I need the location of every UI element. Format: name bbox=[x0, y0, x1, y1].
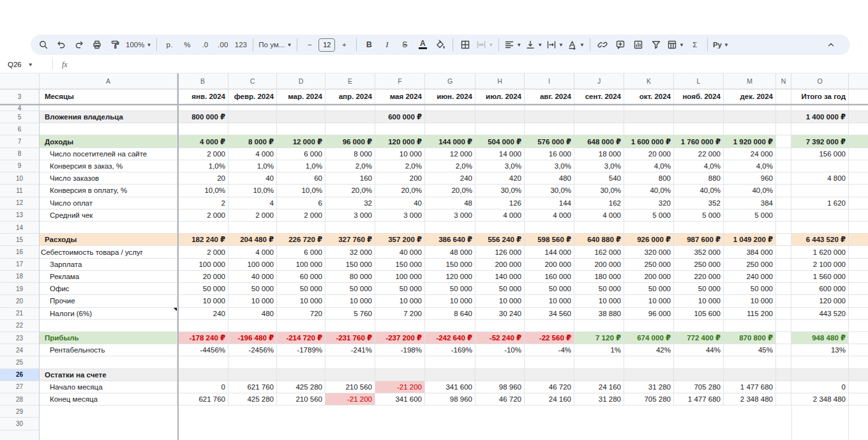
cell-F23[interactable]: -237 200 ₽ bbox=[375, 332, 425, 344]
cell-J26[interactable] bbox=[574, 369, 624, 381]
row-header-9[interactable]: 9 bbox=[0, 160, 40, 172]
cell-G12[interactable]: 48 bbox=[425, 197, 475, 209]
cell-O18[interactable]: 1 560 000 bbox=[791, 271, 849, 283]
cell-P9[interactable] bbox=[849, 160, 868, 172]
cell-M23[interactable]: 870 800 ₽ bbox=[724, 332, 776, 344]
cell-D7[interactable]: 12 000 ₽ bbox=[277, 135, 326, 148]
cell-P18[interactable] bbox=[849, 271, 868, 283]
cell-A6[interactable] bbox=[40, 123, 177, 135]
cell-H14[interactable] bbox=[475, 222, 525, 234]
cell-G5[interactable] bbox=[425, 111, 475, 123]
cell-F7[interactable]: 120 000 ₽ bbox=[375, 135, 425, 148]
row-header-12[interactable]: 12 bbox=[0, 197, 40, 209]
cell-F6[interactable] bbox=[375, 123, 425, 135]
cell-G28[interactable]: 98 960 bbox=[425, 393, 475, 406]
strikethrough-button[interactable]: S bbox=[396, 37, 414, 52]
cell-A22[interactable] bbox=[40, 320, 177, 332]
cell-O16[interactable]: 1 620 000 bbox=[791, 246, 849, 258]
cell-C12[interactable]: 4 bbox=[228, 197, 277, 209]
cell-B6[interactable] bbox=[177, 123, 228, 135]
cell-A3[interactable]: Месяцы bbox=[40, 89, 177, 104]
cell-E14[interactable] bbox=[326, 222, 375, 234]
row-header-25[interactable]: 25 bbox=[0, 356, 40, 368]
row-header-7[interactable]: 7 bbox=[0, 135, 40, 148]
cell-G21[interactable]: 8 640 bbox=[425, 308, 475, 320]
cell-G25[interactable] bbox=[425, 356, 475, 368]
cell-H23[interactable]: -52 240 ₽ bbox=[475, 332, 525, 344]
cell-O13[interactable] bbox=[791, 209, 849, 222]
cell-L14[interactable] bbox=[674, 222, 724, 234]
cell-C23[interactable]: -196 480 ₽ bbox=[228, 332, 277, 344]
cell-J21[interactable]: 38 880 bbox=[574, 308, 624, 320]
cell-G29[interactable] bbox=[425, 406, 475, 418]
cell-F27[interactable]: -21 200 bbox=[375, 381, 425, 393]
cell-D19[interactable]: 50 000 bbox=[277, 283, 326, 295]
cell-E22[interactable] bbox=[326, 320, 375, 332]
cell-A18[interactable]: Реклама bbox=[40, 271, 177, 283]
cell-O[interactable] bbox=[791, 430, 849, 440]
cell-E13[interactable]: 3 000 bbox=[326, 209, 375, 222]
cell-I26[interactable] bbox=[525, 369, 574, 381]
cell-K20[interactable]: 10 000 bbox=[624, 295, 674, 307]
cell-P3[interactable] bbox=[849, 89, 868, 104]
cell-O7[interactable]: 7 392 000 ₽ bbox=[791, 135, 849, 148]
cell-E25[interactable] bbox=[326, 356, 375, 368]
cell-G24[interactable]: -169% bbox=[425, 344, 475, 356]
row-header-11[interactable]: 11 bbox=[0, 185, 40, 197]
cell-O27[interactable]: 0 bbox=[791, 381, 849, 393]
cell-O25[interactable] bbox=[791, 356, 849, 368]
decrease-font-size-button[interactable]: − bbox=[301, 37, 318, 52]
cell-J25[interactable] bbox=[574, 356, 624, 368]
cell-J20[interactable]: 10 000 bbox=[574, 295, 624, 307]
cell-C16[interactable]: 4 000 bbox=[228, 246, 277, 258]
cell-G6[interactable] bbox=[425, 123, 475, 135]
cell-M4[interactable] bbox=[724, 105, 776, 111]
row-header-19[interactable]: 19 bbox=[0, 283, 40, 295]
cell-A23[interactable]: Прибыль bbox=[40, 332, 177, 344]
cell-I24[interactable]: -4% bbox=[525, 344, 574, 356]
cell-F29[interactable] bbox=[375, 406, 425, 418]
cell-I19[interactable]: 50 000 bbox=[525, 283, 574, 295]
cell-J3[interactable]: сент. 2024 bbox=[574, 89, 624, 104]
cell-P8[interactable] bbox=[849, 148, 868, 160]
cell-I8[interactable]: 16 000 bbox=[525, 148, 574, 160]
name-box[interactable]: Q26▼ bbox=[0, 61, 47, 68]
cell-D18[interactable]: 60 000 bbox=[277, 271, 326, 283]
cell-P24[interactable] bbox=[849, 344, 868, 356]
cell-A27[interactable]: Начало месяца bbox=[40, 381, 177, 393]
cell-B30[interactable] bbox=[177, 418, 228, 430]
cell-H12[interactable]: 126 bbox=[475, 197, 525, 209]
cell-I29[interactable] bbox=[525, 406, 574, 418]
cell-M7[interactable]: 1 920 000 ₽ bbox=[724, 135, 776, 148]
text-color-button[interactable]: A bbox=[419, 40, 427, 49]
cell-E23[interactable]: -231 760 ₽ bbox=[326, 332, 375, 344]
cell-E6[interactable] bbox=[326, 123, 375, 135]
cell-C4[interactable] bbox=[228, 105, 277, 111]
col-header-O[interactable]: O bbox=[791, 73, 849, 89]
cell-C19[interactable]: 50 000 bbox=[228, 283, 277, 295]
cell-B7[interactable]: 4 000 ₽ bbox=[177, 135, 228, 148]
cell-F15[interactable]: 357 200 ₽ bbox=[375, 234, 425, 246]
cell-G14[interactable] bbox=[425, 222, 475, 234]
cell-K9[interactable]: 4,0% bbox=[624, 160, 674, 172]
row-header-14[interactable]: 14 bbox=[0, 222, 40, 234]
cell-B13[interactable]: 2 000 bbox=[177, 209, 228, 222]
cell-D24[interactable]: -1789% bbox=[277, 344, 326, 356]
cell-O30[interactable] bbox=[791, 418, 849, 430]
cell-I21[interactable]: 34 560 bbox=[525, 308, 574, 320]
cell-M16[interactable]: 384 000 bbox=[724, 246, 776, 258]
cell-C27[interactable]: 621 760 bbox=[228, 381, 277, 393]
col-header-J[interactable]: J bbox=[574, 73, 624, 89]
cell-P20[interactable] bbox=[849, 295, 868, 307]
col-header-F[interactable]: F bbox=[375, 73, 425, 89]
cell-N7[interactable] bbox=[776, 135, 791, 148]
row-header-23[interactable]: 23 bbox=[0, 332, 40, 344]
cell-A21[interactable]: Налоги (6%) bbox=[40, 308, 177, 320]
cell-J5[interactable] bbox=[574, 111, 624, 123]
cell-M20[interactable]: 10 000 bbox=[724, 295, 776, 307]
cell-F26[interactable] bbox=[375, 369, 425, 381]
cell-I13[interactable]: 4 000 bbox=[525, 209, 574, 222]
cell-I10[interactable]: 480 bbox=[525, 172, 574, 185]
cell-A12[interactable]: Число оплат bbox=[40, 197, 177, 209]
cell-B21[interactable]: 240 bbox=[177, 308, 228, 320]
